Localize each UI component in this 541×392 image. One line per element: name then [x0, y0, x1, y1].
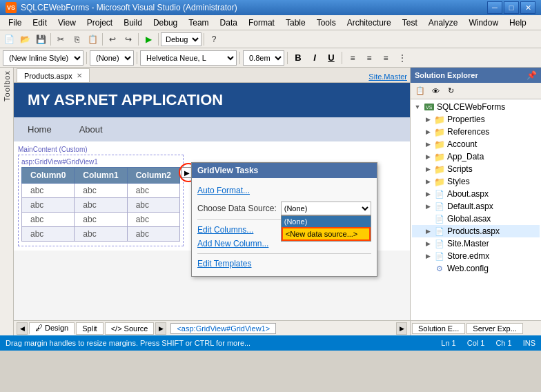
gridview-table[interactable]: Column0 Column1 Column2 abcabcabc [21, 167, 180, 242]
menu-architecture[interactable]: Architecture [342, 17, 397, 29]
minimize-button[interactable]: ─ [487, 1, 502, 14]
save-button[interactable]: 💾 [33, 32, 48, 47]
datasource-dropdown[interactable]: (None) [281, 202, 371, 215]
item-label: Styles [447, 177, 470, 186]
window-controls[interactable]: ─ □ ✕ [487, 1, 535, 14]
align-right-button[interactable]: ≡ [378, 50, 393, 66]
edit-templates-link[interactable]: Edit Templates [197, 257, 371, 271]
title-bar: VS SQLCEWebForms - Microsoft Visual Stud… [0, 0, 541, 15]
new-project-button[interactable]: 📄 [1, 32, 17, 47]
align-center-button[interactable]: ≡ [362, 50, 377, 66]
font-dropdown[interactable]: Helvetica Neue, L [140, 50, 237, 66]
expand-icon[interactable]: ▶ [424, 128, 432, 135]
menu-test[interactable]: Test [397, 17, 423, 29]
breadcrumb-scroll-right[interactable]: ▶ [396, 322, 407, 335]
tree-item-products[interactable]: ▶ 📄 Products.aspx [412, 225, 540, 237]
italic-button[interactable]: I [307, 50, 322, 66]
breadcrumb-tag[interactable]: <asp:GridView#GridView1> [170, 323, 276, 334]
copy-button[interactable]: ⎘ [69, 32, 84, 47]
undo-button[interactable]: ↩ [105, 32, 120, 47]
expand-icon[interactable]: ▶ [424, 203, 432, 210]
menu-edit[interactable]: Edit [27, 17, 52, 29]
size-dropdown[interactable]: 0.8em [243, 50, 284, 66]
paste-button[interactable]: 📋 [85, 32, 100, 47]
close-tab-icon[interactable]: ✕ [77, 72, 82, 79]
se-properties-button[interactable]: 📋 [413, 84, 427, 98]
tree-item-account[interactable]: ▶ 📁 Account [412, 138, 540, 150]
tree-item-styles[interactable]: ▶ 📁 Styles [412, 175, 540, 188]
expand-icon[interactable]: ▶ [424, 240, 432, 247]
expand-icon[interactable]: ▶ [424, 166, 432, 173]
maximize-button[interactable]: □ [504, 1, 519, 14]
menu-build[interactable]: Build [118, 17, 148, 29]
datasource-row: Choose Data Source: (None) (None) <New d… [197, 202, 371, 215]
se-pin-icon[interactable]: 📌 [527, 70, 537, 80]
sep-f2 [137, 52, 137, 64]
menu-view[interactable]: View [52, 17, 81, 29]
menu-debug[interactable]: Debug [148, 17, 183, 29]
align-left-button[interactable]: ≡ [345, 50, 360, 66]
tree-item-store[interactable]: ▶ 📄 Store.edmx [412, 250, 540, 262]
table-row: abcabcabc [22, 213, 180, 227]
tree-item-about[interactable]: ▶ 📄 About.aspx [412, 188, 540, 200]
cut-button[interactable]: ✂ [53, 32, 68, 47]
tree-item-scripts[interactable]: ▶ 📁 Scripts [412, 163, 540, 175]
split-tab[interactable]: Split [76, 322, 103, 335]
style-dropdown[interactable]: (New Inline Style) [3, 50, 83, 66]
status-message: Drag margin handles to resize margins. P… [6, 339, 427, 347]
nav-home[interactable]: Home [14, 120, 66, 139]
expand-icon[interactable]: ▶ [424, 178, 432, 185]
site-master-link[interactable]: Site.Master [368, 72, 407, 82]
se-server-tab[interactable]: Server Exp... [466, 323, 523, 334]
bold-button[interactable]: B [291, 50, 306, 66]
tree-item-default[interactable]: ▶ 📄 Default.aspx [412, 200, 540, 213]
menu-window[interactable]: Window [463, 17, 504, 29]
se-solution-tab[interactable]: Solution E... [412, 323, 465, 334]
menu-help[interactable]: Help [504, 17, 532, 29]
datasource-option-new[interactable]: <New data source...> [282, 227, 371, 241]
menu-project[interactable]: Project [81, 17, 118, 29]
expand-icon[interactable]: ▶ [424, 190, 432, 197]
open-button[interactable]: 📂 [17, 32, 32, 47]
toolbox-label: Toolbox [3, 70, 11, 101]
menu-tools[interactable]: Tools [311, 17, 342, 29]
close-button[interactable]: ✕ [520, 1, 535, 14]
products-aspx-tab[interactable]: Products.aspx ✕ [17, 68, 90, 82]
menu-table[interactable]: Table [280, 17, 311, 29]
expand-icon[interactable]: ▼ [413, 104, 422, 110]
redo-button[interactable]: ↪ [121, 32, 136, 47]
expand-icon[interactable]: ▶ [424, 141, 432, 148]
se-header: Solution Explorer 📌 [411, 68, 541, 83]
expand-icon[interactable]: ▶ [424, 153, 432, 160]
help-button[interactable]: ? [206, 32, 222, 47]
menu-data[interactable]: Data [215, 17, 243, 29]
target-dropdown[interactable]: (None) [90, 50, 134, 66]
source-tab[interactable]: </> Source [105, 322, 155, 335]
expand-icon[interactable]: ▶ [424, 116, 432, 123]
datasource-option-none[interactable]: (None) [282, 216, 371, 227]
list-button[interactable]: ⋮ [395, 50, 410, 66]
menu-analyze[interactable]: Analyze [423, 17, 464, 29]
debug-mode-dropdown[interactable]: Debug [161, 32, 201, 46]
tree-item-sitemaster[interactable]: ▶ 📄 Site.Master [412, 237, 540, 250]
tree-item-appdata[interactable]: ▶ 📁 App_Data [412, 150, 540, 163]
auto-format-link[interactable]: Auto Format... [197, 184, 371, 197]
menu-format[interactable]: Format [243, 17, 280, 29]
tree-item-global[interactable]: 📄 Global.asax [412, 213, 540, 225]
scroll-right-button[interactable]: ▶ [155, 322, 166, 335]
expand-icon[interactable]: ▶ [424, 228, 432, 235]
project-root-item[interactable]: ▼ VS SQLCEWebForms [412, 101, 540, 113]
underline-button[interactable]: U [324, 50, 339, 66]
se-show-all-button[interactable]: 👁 [429, 84, 442, 98]
start-button[interactable]: ▶ [141, 32, 156, 47]
tree-item-properties[interactable]: ▶ 📁 Properties [412, 113, 540, 126]
design-tab[interactable]: 🖋 Design [29, 322, 75, 335]
tree-item-webconfig[interactable]: ⚙ Web.config [412, 262, 540, 275]
scroll-left-button[interactable]: ◀ [17, 322, 28, 335]
se-refresh-button[interactable]: ↻ [444, 84, 458, 98]
tree-item-references[interactable]: ▶ 📁 References [412, 126, 540, 138]
menu-file[interactable]: File [3, 17, 27, 29]
expand-icon[interactable]: ▶ [424, 253, 432, 259]
nav-about[interactable]: About [66, 120, 117, 139]
menu-team[interactable]: Team [183, 17, 214, 29]
